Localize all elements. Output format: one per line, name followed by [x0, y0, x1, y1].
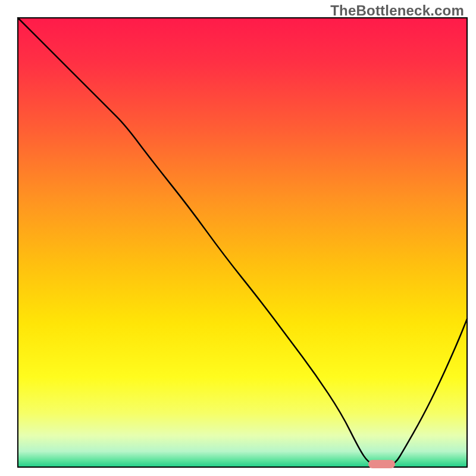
bottleneck-chart: [0, 0, 476, 476]
chart-stage: TheBottleneck.com: [0, 0, 476, 476]
optimal-marker: [368, 460, 395, 468]
